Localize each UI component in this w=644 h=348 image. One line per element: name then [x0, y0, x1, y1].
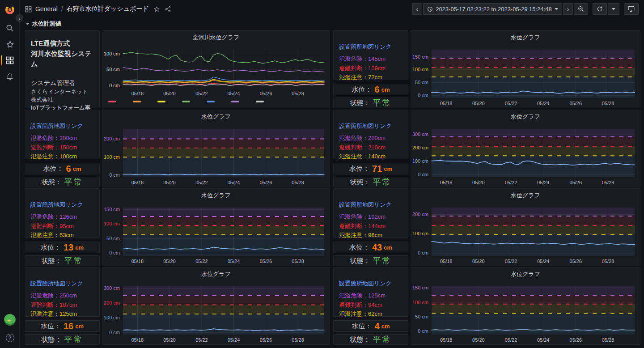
separator: ： — [362, 144, 368, 151]
svg-text:05/26: 05/26 — [260, 180, 272, 185]
legend-swatch-river-orange[interactable] — [133, 101, 141, 102]
caution-threshold: 氾濫注意：100cm — [30, 152, 94, 161]
svg-text:300 cm: 300 cm — [412, 132, 428, 137]
legend-swatch-river-blue[interactable] — [207, 101, 215, 102]
sidebar-expand-button[interactable]: › — [16, 14, 23, 22]
legend-swatch-river-gray[interactable] — [256, 101, 264, 102]
help-icon[interactable]: ? — [0, 332, 20, 344]
evacuate-value: 187cm — [59, 301, 77, 308]
level-label: 水位 — [41, 322, 54, 331]
legend-swatch-river-red[interactable] — [108, 101, 116, 102]
company-name: さくらインターネット株式会社 — [31, 88, 93, 104]
station-stack: 設置箇所地図リンク 氾濫危険：192cm 避難判断：144cm 氾濫注意：96c… — [333, 188, 408, 266]
refresh-interval-dropdown[interactable] — [608, 3, 619, 15]
legend-swatch-river-purple[interactable] — [231, 101, 239, 102]
user-avatar[interactable]: ✦ — [0, 314, 20, 326]
svg-text:0 cm: 0 cm — [418, 328, 428, 334]
map-link[interactable]: 設置箇所地図リンク — [339, 201, 402, 209]
danger-threshold: 氾濫危険：200cm — [30, 134, 94, 143]
water-level-chart[interactable]: 0 cm100 cm200 cm05/1805/2005/2205/2405/2… — [102, 110, 330, 187]
alerting-bell-icon[interactable] — [0, 71, 20, 82]
chevron-right-icon: › — [567, 6, 569, 13]
kiosk-mode-button[interactable] — [624, 3, 639, 15]
status-stat-panel: 状態：平常 — [25, 334, 100, 345]
water-level-chart[interactable]: 0 cm50 cm100 cm150 cm05/1805/2005/2205/2… — [411, 31, 640, 108]
caution-value: 96cm — [368, 232, 382, 238]
water-level-chart[interactable]: 0 cm100 cm200 cm300 cm05/1805/2005/2205/… — [102, 267, 330, 344]
system-text-panel: LTE通信方式 河川水位監視システム システム管理者 さくらインターネット株式会… — [25, 30, 100, 108]
svg-text:05/20: 05/20 — [472, 337, 485, 343]
svg-text:50 cm: 50 cm — [415, 314, 428, 319]
svg-text:200 cm: 200 cm — [412, 212, 428, 217]
caution-value: 72cm — [368, 74, 382, 81]
danger-threshold: 氾濫危険：192cm — [339, 212, 402, 222]
danger-threshold: 氾濫危険：126cm — [30, 212, 94, 222]
water-level-chart[interactable]: 0 cm50 cm100 cm150 cm05/1805/2005/2205/2… — [102, 189, 330, 266]
svg-text:100 cm: 100 cm — [412, 158, 428, 164]
water-level-stat-panel: 水位：71cm — [333, 163, 408, 174]
station-stack: 設置箇所地図リンク 氾濫危険：125cm 避難判断：94cm 氾濫注意：62cm… — [333, 267, 408, 345]
separator: ： — [54, 310, 59, 317]
apps-grid-icon — [25, 6, 32, 13]
water-level-chart[interactable]: 0 cm50 cm100 cm05/1805/2005/2205/2405/26… — [102, 31, 330, 108]
search-icon[interactable] — [0, 22, 20, 34]
row-toggle[interactable]: 水位計測値 — [26, 20, 61, 28]
separator: ： — [54, 292, 59, 299]
map-link[interactable]: 設置箇所地図リンク — [30, 201, 94, 209]
svg-text:05/26: 05/26 — [260, 337, 272, 343]
water-level-graph-panel: 水位グラフ 0 cm100 cm200 cm300 cm05/1805/2005… — [411, 110, 640, 187]
legend-swatch-river-green[interactable] — [182, 101, 190, 102]
time-range-picker[interactable]: 2023-05-17 02:23:22 to 2023-05-29 15:24:… — [423, 3, 562, 15]
time-shift-back-button[interactable]: ‹ — [412, 3, 422, 15]
water-level-chart[interactable]: 0 cm100 cm200 cm300 cm05/1805/2005/2205/… — [411, 110, 640, 187]
separator: ： — [57, 165, 64, 173]
water-level-chart[interactable]: 0 cm100 cm200 cm05/1805/2005/2205/2405/2… — [411, 189, 640, 266]
starred-dashboards-icon[interactable] — [0, 38, 20, 50]
separator: ： — [364, 178, 370, 187]
dashboards-icon[interactable] — [0, 55, 20, 66]
svg-text:05/28: 05/28 — [602, 337, 614, 343]
svg-text:05/22: 05/22 — [505, 101, 517, 106]
row-title: 水位計測値 — [32, 20, 61, 28]
water-level-chart[interactable]: 0 cm50 cm100 cm150 cm05/1805/2005/2205/2… — [411, 267, 640, 344]
map-link[interactable]: 設置箇所地図リンク — [30, 122, 94, 130]
separator: ： — [363, 165, 369, 173]
evacuate-label: 避難判断 — [30, 301, 54, 308]
map-link[interactable]: 設置箇所地図リンク — [30, 280, 94, 288]
zoom-out-button[interactable] — [574, 3, 588, 15]
help-question-mark: ? — [6, 334, 14, 342]
svg-text:05/20: 05/20 — [472, 259, 485, 264]
svg-text:0 cm: 0 cm — [418, 172, 428, 177]
caution-label: 氾濫注意 — [339, 232, 362, 238]
legend-swatch-river-yellow[interactable] — [157, 101, 165, 102]
svg-text:150 cm: 150 cm — [412, 285, 428, 290]
caution-threshold: 氾濫注意：63cm — [30, 231, 94, 240]
level-unit: cm — [73, 166, 81, 172]
danger-label: 氾濫危険 — [30, 135, 54, 141]
map-link[interactable]: 設置箇所地図リンク — [339, 43, 402, 51]
svg-text:0 cm: 0 cm — [109, 172, 120, 178]
svg-text:05/28: 05/28 — [292, 337, 304, 343]
svg-text:05/22: 05/22 — [505, 180, 517, 185]
svg-text:05/26: 05/26 — [570, 101, 582, 106]
status-label: 状態 — [42, 335, 55, 344]
map-link[interactable]: 設置箇所地図リンク — [339, 280, 402, 288]
level-value: 6 — [375, 85, 380, 95]
svg-text:05/22: 05/22 — [195, 337, 208, 343]
status-label: 状態 — [350, 99, 364, 107]
svg-text:05/28: 05/28 — [292, 259, 304, 264]
share-icon[interactable] — [165, 6, 171, 13]
time-shift-forward-button[interactable]: › — [563, 3, 573, 15]
svg-text:05/22: 05/22 — [505, 259, 517, 264]
water-level-graph-panel: 水位グラフ 0 cm100 cm200 cm05/1805/2005/2205/… — [411, 188, 640, 266]
refresh-button[interactable] — [593, 3, 607, 15]
star-icon[interactable] — [153, 6, 160, 13]
breadcrumb-folder[interactable]: General — [35, 5, 58, 13]
dashboard-title[interactable]: 石狩市水位計ダッシュボード — [67, 5, 149, 13]
grafana-logo[interactable] — [0, 4, 20, 16]
map-link[interactable]: 設置箇所地図リンク — [339, 122, 402, 130]
level-value: 16 — [64, 321, 73, 331]
station-stack: 設置箇所地図リンク 氾濫危険：280cm 避難判断：210cm 氾濫注意：140… — [333, 110, 408, 187]
svg-text:05/20: 05/20 — [472, 101, 485, 106]
caution-label: 氾濫注意 — [339, 153, 362, 160]
